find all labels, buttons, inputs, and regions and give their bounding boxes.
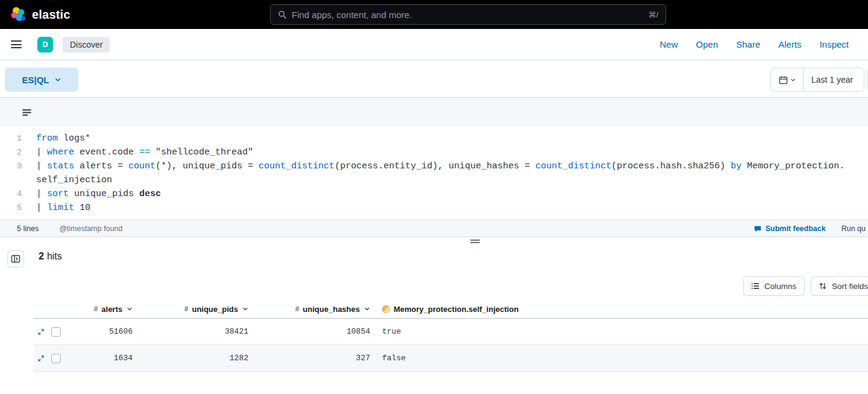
feedback-icon [753,224,762,233]
code-line: 1from logs* [0,132,868,145]
columns-button-label: Columns [764,282,796,291]
search-input[interactable] [292,10,643,20]
discover-app: elastic ⌘/ D Discover NewOpenShareAlerts… [0,0,868,394]
code-line: 2| where event.code == "shellcode_thread… [0,145,868,159]
toggle-sidebar-button[interactable] [7,250,24,267]
sort-icon [819,282,827,290]
brand-text: elastic [32,8,71,22]
chevron-down-icon [242,306,248,312]
expand-row-button[interactable] [37,355,45,362]
elastic-logo-icon [10,7,26,23]
line-number [0,173,22,187]
search-shortcut: ⌘/ [648,10,658,19]
number-field-icon: # [295,305,300,313]
column-header-unique_pids[interactable]: #unique_pids [134,305,250,314]
header-action-new[interactable]: New [660,39,678,49]
code-line: 5| limit 10 [0,201,868,215]
submit-feedback-link[interactable]: Submit feedback [753,224,826,233]
calendar-icon [779,75,788,84]
results-table: #alerts#unique_pids#unique_hashesMemory_… [34,300,868,372]
sort-button-label: Sort fields [832,282,868,291]
results-panel: 2hits Columns Sort fields #alerts#unique… [0,249,868,394]
chevron-down-icon [127,306,133,312]
search-icon [278,10,287,19]
table-cell: 1282 [134,354,250,363]
hits-count: 2hits [39,251,62,262]
esql-code-editor[interactable]: 1from logs*2| where event.code == "shell… [0,127,868,220]
row-controls [34,327,66,337]
line-number: 3 [0,159,22,173]
timestamp-found-label: @timestamp found [59,224,122,233]
header-action-open[interactable]: Open [696,39,719,49]
global-header: elastic ⌘/ [0,0,868,29]
time-range-button[interactable]: Last 1 year [804,68,864,91]
columns-button[interactable]: Columns [743,276,805,296]
columns-icon [751,282,760,290]
hits-number: 2 [39,251,44,261]
column-header-label: unique_hashes [303,305,360,314]
code-text: from logs* [22,132,90,145]
global-search[interactable]: ⌘/ [270,4,666,25]
line-number: 2 [0,145,22,159]
breadcrumb-discover[interactable]: Discover [63,37,110,52]
code-text: | limit 10 [22,201,90,215]
editor-footer: 5 lines @timestamp found Submit feedback… [0,220,868,237]
chevron-down-icon [364,306,370,312]
code-line: 3| stats alerts = count(*), unique_pids … [0,159,868,173]
esql-editor-panel: 1from logs*2| where event.code == "shell… [0,97,868,237]
code-line: self_injection [0,173,868,187]
time-picker: Last 1 year [770,68,864,92]
column-header-Memory_protection.self_injection[interactable]: Memory_protection.self_injection [371,305,868,314]
table-cell: 51606 [66,327,134,336]
wrap-lines-icon[interactable] [22,107,32,118]
app-navbar: D Discover NewOpenShareAlertsInspect [0,29,868,60]
menu-button[interactable] [11,40,22,48]
code-text: self_injection [22,173,112,187]
row-checkbox[interactable] [51,327,61,337]
line-number: 5 [0,201,22,215]
table-row: 16341282327false [34,345,868,372]
boolean-field-icon [382,305,390,313]
code-text: | stats alerts = count(*), unique_pids =… [22,159,844,173]
column-header-label: unique_pids [192,305,238,314]
table-cell: 10854 [250,327,371,336]
esql-mode-label: ES|QL [22,75,49,85]
editor-toolbar [0,98,868,127]
table-cell: 38421 [134,327,250,336]
table-cell: 1634 [66,354,134,363]
code-text: | sort unique_pids desc [22,187,161,201]
sort-fields-button[interactable]: Sort fields [811,276,868,296]
table-cell: false [371,354,868,363]
table-cell: true [371,327,868,336]
table-header-row: #alerts#unique_pids#unique_hashesMemory_… [34,300,868,319]
time-picker-calendar-button[interactable] [771,68,804,91]
chevron-down-icon [790,77,796,83]
code-lines: 1from logs*2| where event.code == "shell… [0,132,868,215]
query-bar: ES|QL Last 1 year [0,60,868,97]
column-header-label: alerts [101,305,122,314]
line-number: 1 [0,132,22,145]
column-header-unique_hashes[interactable]: #unique_hashes [250,305,371,314]
header-action-share[interactable]: Share [736,39,760,49]
feedback-label: Submit feedback [766,224,826,233]
space-avatar[interactable]: D [37,37,53,52]
header-actions: NewOpenShareAlertsInspect [660,39,857,49]
table-row: 516063842110854true [34,319,868,345]
table-cell: 327 [250,354,371,363]
esql-mode-button[interactable]: ES|QL [5,68,78,92]
row-controls [34,354,66,363]
header-action-inspect[interactable]: Inspect [820,39,849,49]
row-checkbox[interactable] [51,354,61,363]
number-field-icon: # [94,305,98,313]
run-query-button[interactable]: Run qu [841,224,866,233]
table-body: 516063842110854true16341282327false [34,319,868,372]
number-field-icon: # [184,305,189,313]
expand-row-button[interactable] [37,328,45,335]
elastic-home-link[interactable]: elastic [10,7,71,23]
code-text: | where event.code == "shellcode_thread" [22,145,253,159]
panel-resize-handle[interactable] [470,240,480,243]
column-header-alerts[interactable]: #alerts [66,305,134,314]
header-action-alerts[interactable]: Alerts [778,39,801,49]
chevron-down-icon [54,76,61,83]
panel-toggle-icon [11,254,20,264]
